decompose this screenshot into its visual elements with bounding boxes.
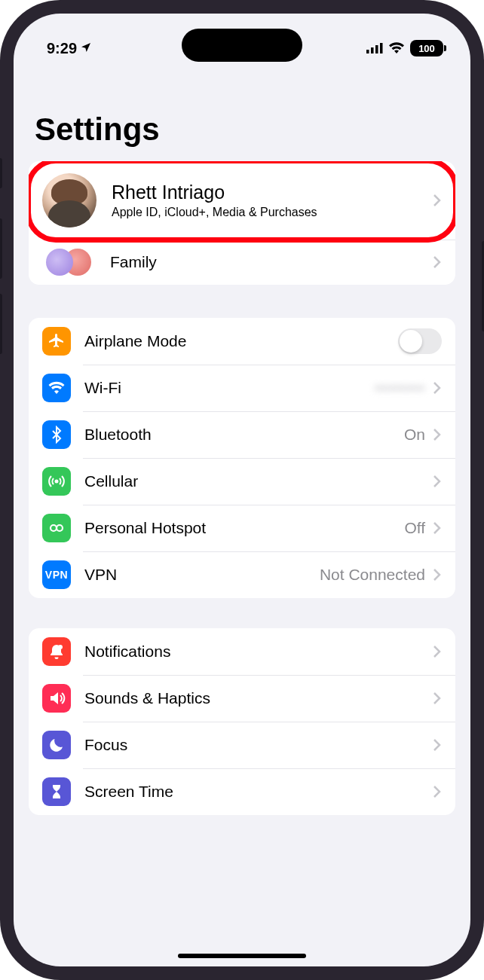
dynamic-island (182, 29, 302, 62)
bell-icon (42, 637, 71, 666)
avatar (42, 173, 96, 227)
hotspot-icon (42, 514, 71, 542)
chevron-right-icon (433, 738, 442, 752)
chevron-right-icon (433, 475, 442, 488)
group-system: Notifications Sounds & Haptics Focus (29, 628, 455, 815)
airplane-label: Airplane Mode (84, 332, 398, 350)
chevron-right-icon (433, 194, 442, 207)
notifications-label: Notifications (84, 643, 433, 661)
vpn-row[interactable]: VPN VPN Not Connected (29, 551, 455, 598)
chevron-right-icon (433, 255, 442, 269)
cellular-row[interactable]: Cellular (29, 458, 455, 505)
side-button (0, 158, 2, 188)
family-avatars (42, 249, 95, 276)
status-right: 100 (366, 40, 443, 57)
home-indicator[interactable] (178, 954, 306, 958)
page-title: Settings (14, 66, 470, 161)
bluetooth-icon (42, 420, 71, 449)
chevron-right-icon (433, 645, 442, 658)
hotspot-label: Personal Hotspot (84, 519, 404, 537)
svg-rect-0 (366, 50, 369, 53)
svg-rect-3 (380, 43, 383, 53)
chevron-right-icon (433, 691, 442, 705)
hotspot-row[interactable]: Personal Hotspot Off (29, 505, 455, 551)
wifi-icon (388, 40, 405, 57)
volume-up-button (0, 218, 2, 279)
bluetooth-row[interactable]: Bluetooth On (29, 411, 455, 458)
airplane-toggle[interactable] (398, 328, 442, 354)
wifi-row[interactable]: Wi-Fi •••••••• (29, 365, 455, 411)
profile-text: Rhett Intriago Apple ID, iCloud+, Media … (112, 182, 433, 219)
status-left: 9:29 (47, 40, 92, 57)
bluetooth-value: On (404, 426, 425, 444)
volume-down-button (0, 294, 2, 354)
profile-subtitle: Apple ID, iCloud+, Media & Purchases (112, 205, 433, 219)
sounds-row[interactable]: Sounds & Haptics (29, 675, 455, 722)
chevron-right-icon (433, 785, 442, 798)
cellular-label: Cellular (84, 472, 433, 490)
hourglass-icon (42, 777, 71, 806)
wifi-label: Wi-Fi (84, 379, 375, 397)
svg-point-4 (56, 481, 58, 483)
notifications-row[interactable]: Notifications (29, 628, 455, 675)
cellular-settings-icon (42, 467, 71, 496)
phone-frame: 9:29 100 Settings (0, 0, 484, 980)
wifi-settings-icon (42, 374, 71, 402)
battery-level: 100 (418, 43, 435, 54)
group-account: Rhett Intriago Apple ID, iCloud+, Media … (29, 161, 455, 285)
svg-point-7 (58, 645, 63, 649)
moon-icon (42, 731, 71, 759)
cellular-icon (366, 40, 383, 57)
status-time: 9:29 (47, 40, 77, 57)
apple-id-row[interactable]: Rhett Intriago Apple ID, iCloud+, Media … (29, 161, 455, 240)
bluetooth-label: Bluetooth (84, 426, 404, 444)
chevron-right-icon (433, 428, 442, 441)
phone-screen: 9:29 100 Settings (14, 14, 470, 966)
svg-point-5 (51, 525, 57, 531)
svg-point-6 (57, 525, 63, 531)
screentime-row[interactable]: Screen Time (29, 768, 455, 815)
wifi-value: •••••••• (375, 379, 425, 397)
vpn-badge-text: VPN (45, 569, 68, 581)
battery-icon: 100 (410, 40, 443, 56)
profile-name: Rhett Intriago (112, 182, 433, 203)
group-network: Airplane Mode Wi-Fi •••••••• Bluetooth O… (29, 318, 455, 598)
focus-label: Focus (84, 736, 433, 754)
focus-row[interactable]: Focus (29, 722, 455, 768)
vpn-icon: VPN (42, 560, 71, 589)
speaker-icon (42, 684, 71, 713)
vpn-value: Not Connected (320, 566, 425, 584)
hotspot-value: Off (404, 519, 425, 537)
airplane-icon (42, 327, 71, 356)
vpn-label: VPN (84, 566, 320, 584)
svg-rect-1 (371, 47, 374, 53)
screentime-label: Screen Time (84, 783, 433, 801)
chevron-right-icon (433, 521, 442, 535)
family-row[interactable]: Family (29, 240, 455, 285)
location-icon (80, 40, 92, 57)
family-label: Family (110, 253, 433, 271)
chevron-right-icon (433, 568, 442, 582)
svg-rect-2 (375, 45, 378, 53)
sounds-label: Sounds & Haptics (84, 689, 433, 707)
airplane-mode-row[interactable]: Airplane Mode (29, 318, 455, 365)
chevron-right-icon (433, 381, 442, 395)
